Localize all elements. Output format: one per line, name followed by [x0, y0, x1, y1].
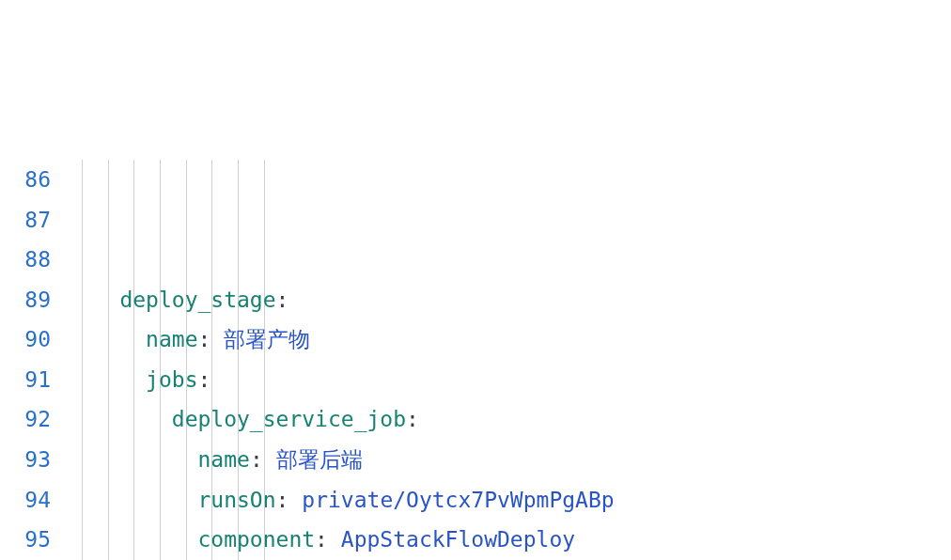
yaml-key: deploy_service_job	[172, 407, 406, 431]
line-number: 95	[0, 520, 51, 560]
code-line[interactable]: runsOn: private/Oytcx7PvWpmPgABp	[68, 480, 951, 521]
code-line[interactable]: name: 部署后端	[68, 440, 951, 480]
code-line[interactable]: deploy_service_job:	[68, 399, 951, 440]
code-area[interactable]: deploy_stage: name: 部署产物 jobs: deploy_se…	[68, 160, 951, 560]
yaml-punct: :	[197, 367, 210, 392]
line-number: 88	[0, 240, 51, 280]
yaml-punct: :	[406, 407, 419, 431]
yaml-punct	[263, 447, 276, 472]
yaml-punct: :	[250, 447, 263, 472]
yaml-punct: :	[197, 327, 210, 351]
line-number: 92	[0, 399, 51, 440]
line-number: 94	[0, 480, 51, 521]
line-number: 89	[0, 280, 51, 320]
code-editor[interactable]: 8687888990919293949596979899 deploy_stag…	[0, 160, 951, 560]
line-number: 93	[0, 440, 51, 480]
yaml-value: 部署后端	[276, 447, 363, 472]
code-line[interactable]: jobs:	[68, 360, 951, 400]
yaml-value: AppStackFlowDeploy	[341, 527, 575, 552]
yaml-punct: :	[315, 527, 328, 552]
code-line[interactable]: name: 部署产物	[68, 319, 951, 360]
yaml-key: runsOn	[197, 488, 275, 512]
code-line[interactable]: component: AppStackFlowDeploy	[68, 520, 951, 560]
yaml-punct	[288, 488, 302, 512]
yaml-value: 部署产物	[224, 327, 310, 351]
yaml-punct: :	[276, 288, 289, 312]
yaml-key: jobs	[146, 367, 197, 392]
yaml-punct: :	[276, 488, 289, 512]
yaml-punct	[210, 327, 224, 351]
yaml-key: deploy_stage	[119, 288, 275, 312]
yaml-key: name	[146, 327, 197, 351]
yaml-value: private/Oytcx7PvWpmPgABp	[302, 488, 614, 512]
yaml-key: name	[197, 447, 249, 472]
line-number-gutter: 8687888990919293949596979899	[0, 160, 68, 560]
code-line[interactable]: deploy_stage:	[68, 280, 951, 320]
yaml-punct	[328, 527, 341, 552]
line-number: 91	[0, 360, 51, 400]
line-number: 87	[0, 200, 51, 241]
line-number: 86	[0, 160, 51, 200]
yaml-key: component	[197, 527, 315, 552]
line-number: 90	[0, 319, 51, 360]
